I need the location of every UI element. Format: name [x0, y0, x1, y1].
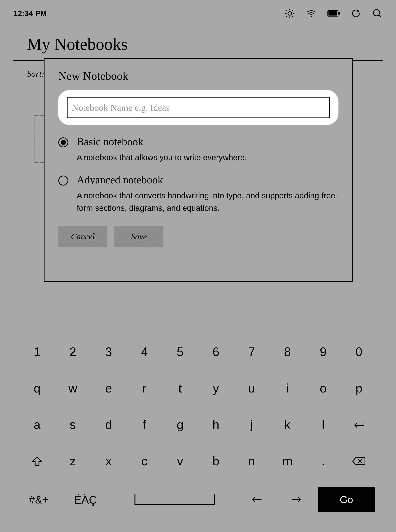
key-s[interactable]: s — [57, 414, 89, 435]
search-icon[interactable] — [372, 8, 383, 19]
dialog-title: New Notebook — [58, 69, 338, 83]
key-4[interactable]: 4 — [128, 341, 160, 362]
key-t[interactable]: t — [164, 378, 196, 399]
key-shift[interactable] — [21, 451, 53, 472]
key-q[interactable]: q — [21, 378, 53, 399]
key-f[interactable]: f — [128, 414, 160, 435]
key-9[interactable]: 9 — [307, 341, 339, 362]
option-basic-title: Basic notebook — [77, 136, 338, 148]
battery-icon[interactable] — [327, 10, 340, 17]
key-go[interactable]: Go — [318, 487, 375, 512]
key-w[interactable]: w — [57, 378, 89, 399]
radio-basic[interactable] — [58, 137, 68, 147]
svg-point-0 — [288, 12, 292, 15]
key-arrow-right[interactable] — [279, 489, 314, 510]
key-u[interactable]: u — [236, 378, 268, 399]
key-j[interactable]: j — [236, 414, 268, 435]
svg-rect-12 — [338, 12, 340, 15]
brightness-icon[interactable] — [284, 8, 295, 19]
new-notebook-dialog: New Notebook Basic notebook A notebook t… — [44, 58, 353, 282]
option-advanced-desc: A notebook that converts handwriting int… — [77, 189, 338, 214]
key-space[interactable] — [114, 489, 235, 510]
key-k[interactable]: k — [272, 414, 303, 435]
svg-line-7 — [286, 16, 287, 17]
option-advanced[interactable]: Advanced notebook A notebook that conver… — [58, 174, 338, 214]
key-symbols[interactable]: #&+ — [21, 489, 57, 510]
key-7[interactable]: 7 — [236, 341, 268, 362]
wifi-icon[interactable] — [306, 8, 317, 19]
keyboard-row-4: z x c v b n m . — [21, 451, 375, 472]
keyboard-row-3: a s d f g h j k l — [21, 414, 375, 435]
key-backspace[interactable] — [343, 451, 375, 472]
keyboard-row-5: #&+ ÉÀÇ Go — [21, 487, 375, 512]
key-g[interactable]: g — [164, 414, 196, 435]
key-c[interactable]: c — [128, 451, 160, 472]
svg-line-14 — [379, 15, 381, 17]
key-z[interactable]: z — [57, 451, 89, 472]
onscreen-keyboard: 1 2 3 4 5 6 7 8 9 0 q w e r t y u i o p … — [0, 326, 396, 532]
page-title: My Notebooks — [13, 34, 383, 58]
key-8[interactable]: 8 — [272, 341, 303, 362]
key-0[interactable]: 0 — [343, 341, 375, 362]
key-accents[interactable]: ÉÀÇ — [61, 489, 111, 510]
key-arrow-left[interactable] — [239, 489, 275, 510]
refresh-icon[interactable] — [351, 8, 361, 19]
status-bar: 12:34 PM — [0, 0, 396, 27]
key-m[interactable]: m — [272, 451, 303, 472]
key-3[interactable]: 3 — [93, 341, 124, 362]
key-r[interactable]: r — [128, 378, 160, 399]
key-y[interactable]: y — [200, 378, 232, 399]
key-1[interactable]: 1 — [21, 341, 53, 362]
status-icons — [284, 8, 383, 19]
option-advanced-title: Advanced notebook — [77, 174, 338, 186]
radio-advanced[interactable] — [58, 175, 68, 186]
notebook-name-input[interactable] — [67, 97, 330, 118]
option-basic[interactable]: Basic notebook A notebook that allows yo… — [58, 136, 338, 164]
svg-rect-11 — [328, 11, 337, 16]
key-enter[interactable] — [343, 414, 375, 435]
keyboard-row-1: 1 2 3 4 5 6 7 8 9 0 — [21, 341, 375, 362]
spacebar-icon — [134, 494, 215, 505]
key-x[interactable]: x — [93, 451, 124, 472]
key-6[interactable]: 6 — [200, 341, 232, 362]
key-v[interactable]: v — [164, 451, 196, 472]
status-time: 12:34 PM — [13, 9, 47, 18]
save-button[interactable]: Save — [114, 226, 163, 247]
key-i[interactable]: i — [272, 378, 303, 399]
key-2[interactable]: 2 — [57, 341, 89, 362]
key-5[interactable]: 5 — [164, 341, 196, 362]
svg-point-13 — [373, 10, 380, 16]
svg-point-9 — [311, 16, 312, 17]
key-l[interactable]: l — [307, 414, 339, 435]
input-highlight — [58, 90, 338, 125]
keyboard-row-2: q w e r t y u i o p — [21, 378, 375, 399]
key-o[interactable]: o — [307, 378, 339, 399]
key-period[interactable]: . — [307, 451, 339, 472]
key-e[interactable]: e — [93, 378, 124, 399]
key-a[interactable]: a — [21, 414, 53, 435]
option-basic-desc: A notebook that allows you to write ever… — [77, 151, 338, 164]
svg-line-8 — [292, 10, 293, 11]
cancel-button[interactable]: Cancel — [58, 226, 107, 247]
key-h[interactable]: h — [200, 414, 232, 435]
key-d[interactable]: d — [93, 414, 124, 435]
key-b[interactable]: b — [200, 451, 232, 472]
svg-line-6 — [292, 16, 293, 17]
key-p[interactable]: p — [343, 378, 375, 399]
key-n[interactable]: n — [236, 451, 268, 472]
svg-line-5 — [286, 10, 287, 11]
